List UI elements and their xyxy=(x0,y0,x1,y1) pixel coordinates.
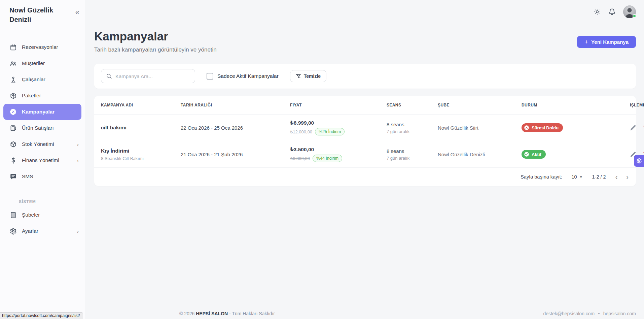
status-label: Aktif xyxy=(532,152,541,157)
sidebar-item-finans-yonetimi[interactable]: Finans Yönetimi › xyxy=(0,152,85,168)
sidebar-item-musteriler[interactable]: Müşteriler xyxy=(0,55,85,71)
calendar-icon xyxy=(9,43,17,51)
col-header-actions: İŞLEMLER xyxy=(630,103,644,107)
campaign-sessions: 8 seans xyxy=(387,148,438,154)
sidebar-item-subeler[interactable]: Şubeler xyxy=(0,207,85,223)
x-circle-icon xyxy=(524,125,529,130)
discount-badge-icon xyxy=(9,108,17,116)
active-only-checkbox-row[interactable]: Sadece Aktif Kampanyalar xyxy=(207,73,279,79)
col-header-name: KAMPANYA ADI xyxy=(101,103,181,107)
per-page-value: 10 xyxy=(572,174,577,180)
dot-separator: ● xyxy=(598,312,600,315)
website-link[interactable]: hepsisalon.com xyxy=(603,311,636,316)
stock-box-icon xyxy=(9,140,17,148)
campaign-date-range: 21 Oca 2026 - 21 Şub 2026 xyxy=(181,152,290,157)
sidebar-item-label: Müşteriler xyxy=(22,60,45,66)
campaign-subtitle: 8 Seanslık Cilt Bakımı xyxy=(101,156,181,161)
plus-icon: + xyxy=(584,39,588,45)
notifications-bell-icon[interactable] xyxy=(608,8,616,15)
page-subtitle: Tarih bazlı kampanyaları görüntüleyin ve… xyxy=(94,46,217,53)
delete-trash-icon[interactable] xyxy=(642,125,644,131)
campaign-price: ₺8.999,00 xyxy=(290,120,387,126)
active-only-label: Sadece Aktif Kampanyalar xyxy=(217,73,279,79)
sidebar-section-sistem: SİSTEM xyxy=(0,199,85,204)
campaign-name: Kış İndirimi xyxy=(101,148,181,154)
gear-icon xyxy=(636,158,642,164)
floating-settings-button[interactable] xyxy=(634,155,644,167)
discount-badge: %44 İndirim xyxy=(313,155,342,162)
status-badge: Aktif xyxy=(522,150,546,159)
status-label: Süresi Doldu xyxy=(532,125,559,130)
copyright-text: © 2026 HEPSİ SALON - Tüm Hakları Saklıdı… xyxy=(179,311,275,316)
table-row: cilt bakımı 22 Oca 2026 - 25 Oca 2026 ₺8… xyxy=(94,114,636,141)
sidebar-item-label: Finans Yönetimi xyxy=(22,157,59,163)
sidebar-system-nav: Şubeler Ayarlar › xyxy=(0,207,85,239)
sidebar-item-rezervasyonlar[interactable]: Rezervasyonlar xyxy=(0,39,85,55)
sidebar-item-stok-yonetimi[interactable]: Stok Yönetimi › xyxy=(0,136,85,152)
sidebar-item-label: Şubeler xyxy=(22,212,40,218)
page-title: Kampanyalar xyxy=(94,30,217,43)
support-email[interactable]: destek@hepsisalon.com xyxy=(543,311,595,316)
sidebar-item-label: Rezervasyonlar xyxy=(22,44,58,50)
gear-icon xyxy=(9,227,17,235)
sidebar-item-label: Çalışanlar xyxy=(22,76,45,83)
topbar xyxy=(594,5,636,18)
campaign-old-price: ₺6.300,00 xyxy=(290,156,310,161)
sidebar-item-calisanlar[interactable]: Çalışanlar xyxy=(0,71,85,88)
building-icon xyxy=(9,211,17,219)
caret-down-icon: ▼ xyxy=(579,175,583,179)
campaign-sessions: 8 seans xyxy=(387,122,438,127)
clear-filters-label: Temizle xyxy=(304,73,321,79)
filter-bar: Sadece Aktif Kampanyalar Temizle xyxy=(94,64,636,89)
footer: © 2026 HEPSİ SALON - Tüm Hakları Saklıdı… xyxy=(179,311,636,316)
sidebar-item-urun-satislari[interactable]: Ürün Satışları xyxy=(0,120,85,136)
per-page-select[interactable]: 10 ▼ xyxy=(572,174,583,180)
active-only-checkbox[interactable] xyxy=(207,73,213,79)
user-avatar[interactable] xyxy=(623,5,636,18)
campaign-branch: Nowl Güzellik Siirt xyxy=(438,125,522,131)
sidebar-collapse-icon[interactable]: « xyxy=(75,8,79,17)
chevron-right-icon: › xyxy=(77,158,79,163)
people-icon xyxy=(9,60,17,67)
sidebar-item-kampanyalar[interactable]: Kampanyalar xyxy=(3,104,81,120)
filter-off-icon xyxy=(296,73,301,79)
edit-pencil-icon[interactable] xyxy=(630,125,636,131)
sidebar-item-label: SMS xyxy=(22,173,33,180)
campaign-name: cilt bakımı xyxy=(101,125,181,131)
theme-toggle-icon[interactable] xyxy=(594,8,601,15)
sidebar-item-sms[interactable]: SMS xyxy=(0,168,85,185)
col-header-date-range: TARİH ARALIĞI xyxy=(181,103,290,107)
person-icon xyxy=(9,76,17,83)
sidebar: Nowl Güzellik Denizli « Rezervasyonlar M… xyxy=(0,0,85,319)
sidebar-item-label: Ürün Satışları xyxy=(22,125,54,131)
clear-filters-button[interactable]: Temizle xyxy=(290,70,326,82)
col-header-price: FİYAT xyxy=(290,103,387,107)
sidebar-item-label: Ayarlar xyxy=(22,228,38,234)
campaign-branch: Nowl Güzellik Denizli xyxy=(438,152,522,157)
workspace-title: Nowl Güzellik Denizli xyxy=(9,5,60,24)
next-page-icon[interactable]: › xyxy=(626,173,629,180)
col-header-branch: ŞUBE xyxy=(438,103,522,107)
new-campaign-label: Yeni Kampanya xyxy=(591,39,629,45)
browser-status-url: https://portal.nowlsoft.com/campaigns/li… xyxy=(0,312,83,319)
per-page-label: Sayfa başına kayıt: xyxy=(521,174,562,180)
status-badge: Süresi Doldu xyxy=(522,123,563,132)
previous-page-icon[interactable]: ‹ xyxy=(615,173,618,180)
sidebar-item-label: Kampanyalar xyxy=(22,109,55,115)
new-campaign-button[interactable]: + Yeni Kampanya xyxy=(577,36,636,48)
package-icon xyxy=(9,92,17,99)
sidebar-item-ayarlar[interactable]: Ayarlar › xyxy=(0,223,85,239)
online-status-dot xyxy=(633,14,636,18)
campaign-search-box xyxy=(101,69,195,83)
campaign-search-input[interactable] xyxy=(115,73,190,79)
section-label: SİSTEM xyxy=(19,199,36,204)
table-row: Kış İndirimi 8 Seanslık Cilt Bakımı 21 O… xyxy=(94,141,636,167)
campaign-price: ₺3.500,00 xyxy=(290,147,387,153)
main-content: Kampanyalar Tarih bazlı kampanyaları gör… xyxy=(85,0,644,319)
table-header-row: KAMPANYA ADI TARİH ARALIĞI FİYAT SEANS Ş… xyxy=(94,96,636,114)
sidebar-item-paketler[interactable]: Paketler xyxy=(0,88,85,104)
cash-register-icon xyxy=(9,124,17,132)
check-circle-icon xyxy=(524,152,529,157)
chat-icon xyxy=(9,173,17,180)
campaigns-table: KAMPANYA ADI TARİH ARALIĞI FİYAT SEANS Ş… xyxy=(94,96,636,186)
